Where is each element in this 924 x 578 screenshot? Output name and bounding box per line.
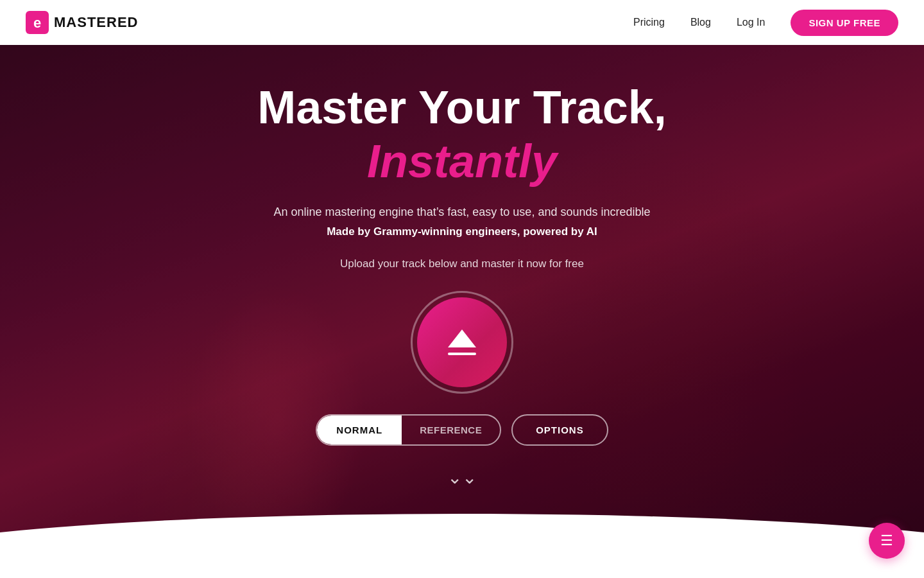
- normal-mode-button[interactable]: NORMAL: [317, 416, 402, 444]
- logo-text: MASTERED: [54, 14, 138, 31]
- logo-icon: e: [26, 11, 49, 34]
- options-button[interactable]: OPTIONS: [511, 414, 608, 446]
- hero-cta-text: Upload your track below and master it no…: [257, 258, 667, 270]
- hero-title-main: Master Your Track,: [257, 83, 667, 132]
- hero-title-accent: Instantly: [257, 135, 667, 188]
- hero-section: Master Your Track, Instantly An online m…: [0, 45, 924, 578]
- chevron-down-icon: ⌄⌄: [447, 469, 477, 487]
- reference-mode-button[interactable]: REFERENCE: [402, 416, 500, 444]
- chat-icon: ☰: [880, 534, 893, 548]
- svg-text:e: e: [33, 15, 41, 31]
- upload-button[interactable]: [411, 291, 513, 394]
- scroll-chevron[interactable]: ⌄⌄: [447, 469, 477, 487]
- nav-blog[interactable]: Blog: [690, 17, 711, 28]
- upload-arrow-icon: [448, 329, 476, 347]
- navbar: e MASTERED Pricing Blog Log In SIGN UP F…: [0, 0, 924, 45]
- signup-button[interactable]: SIGN UP FREE: [791, 10, 898, 36]
- logo[interactable]: e MASTERED: [26, 11, 138, 34]
- hero-bottom-mask: [0, 514, 924, 578]
- chat-button[interactable]: ☰: [869, 523, 905, 559]
- hero-content: Master Your Track, Instantly An online m…: [257, 83, 667, 466]
- hero-subtitle: An online mastering engine that’s fast, …: [257, 206, 667, 219]
- nav-login[interactable]: Log In: [737, 17, 765, 28]
- upload-line-icon: [448, 353, 476, 355]
- nav-pricing[interactable]: Pricing: [633, 17, 665, 28]
- nav-links: Pricing Blog Log In SIGN UP FREE: [633, 10, 898, 36]
- upload-btn-inner: [417, 297, 507, 387]
- mode-buttons: NORMAL REFERENCE OPTIONS: [257, 414, 667, 446]
- mode-toggle: NORMAL REFERENCE: [316, 414, 501, 446]
- hero-tagline: Made by Grammy-winning engineers, powere…: [257, 225, 667, 238]
